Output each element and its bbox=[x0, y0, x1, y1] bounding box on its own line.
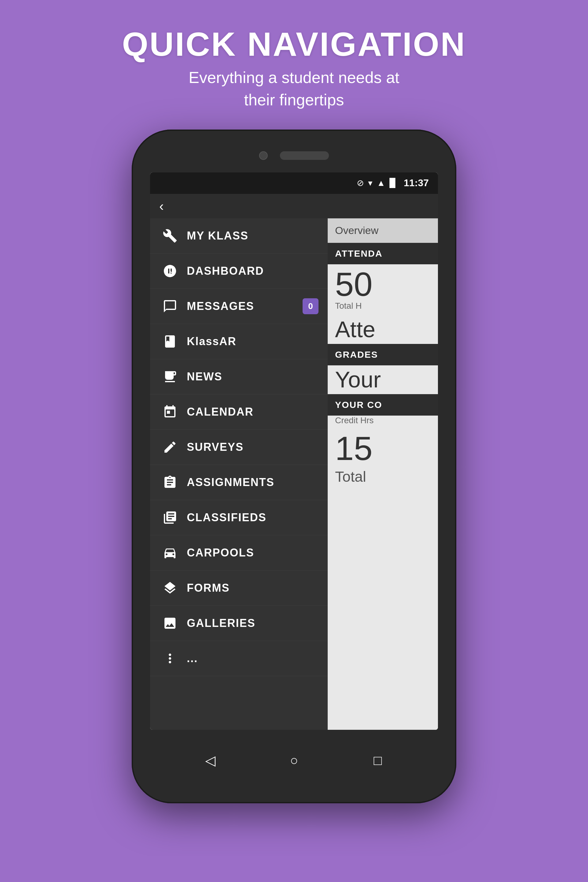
credit-hrs-label: Credit Hrs bbox=[328, 416, 438, 429]
newspaper-icon bbox=[159, 369, 181, 384]
nav-bar: ‹ bbox=[150, 194, 438, 218]
sidebar-label-calendar: CALENDAR bbox=[187, 405, 318, 418]
attendance-header: ATTENDA bbox=[328, 243, 438, 264]
sidebar-label-surveys: SURVEYS bbox=[187, 441, 318, 453]
grades-text: Your bbox=[328, 365, 438, 394]
sidebar-label-classifieds: CLASSIFIEDS bbox=[187, 511, 318, 524]
courses-header: YOUR CO bbox=[328, 394, 438, 416]
sidebar-label-more: ... bbox=[187, 652, 318, 665]
gauge-icon bbox=[159, 264, 181, 278]
more-icon bbox=[159, 651, 181, 666]
pencil-icon bbox=[159, 440, 181, 454]
sidebar-item-klassar[interactable]: KlassAR bbox=[150, 324, 328, 359]
overview-tab[interactable]: Overview bbox=[328, 218, 438, 243]
messages-badge: 0 bbox=[303, 298, 318, 314]
sidebar-item-carpools[interactable]: CARPOOLS bbox=[150, 536, 328, 570]
car-icon bbox=[159, 545, 181, 560]
screen: ⊘ ▾ ▲ ▉ 11:37 ‹ MY KLASS bbox=[150, 172, 438, 730]
page-title: QUICK NAVIGATION bbox=[122, 24, 466, 63]
battery-icon: ▉ bbox=[390, 178, 396, 188]
sidebar-label-my-klass: MY KLASS bbox=[187, 230, 318, 242]
sidebar-label-carpools: CARPOOLS bbox=[187, 546, 318, 559]
page-header: QUICK NAVIGATION Everything a student ne… bbox=[122, 0, 466, 111]
sidebar-item-forms[interactable]: FORMS bbox=[150, 570, 328, 606]
grades-header: GRADES bbox=[328, 344, 438, 365]
phone-top bbox=[132, 129, 456, 172]
chat-icon bbox=[159, 299, 181, 314]
android-recents-button[interactable]: □ bbox=[367, 750, 388, 771]
phone-mockup: ⊘ ▾ ▲ ▉ 11:37 ‹ MY KLASS bbox=[132, 129, 456, 803]
sidebar-label-dashboard: DASHBOARD bbox=[187, 265, 318, 278]
attendance-number: 50 bbox=[328, 264, 438, 301]
camera bbox=[259, 151, 268, 160]
credit-number: 15 bbox=[328, 429, 438, 465]
phone-bottom-nav: ◁ ○ □ bbox=[132, 730, 456, 791]
sidebar-item-calendar[interactable]: CALENDAR bbox=[150, 394, 328, 430]
sidebar-item-classifieds[interactable]: CLASSIFIEDS bbox=[150, 500, 328, 536]
sidebar-label-galleries: GALLERIES bbox=[187, 617, 318, 630]
sidebar-label-assignments: ASSIGNMENTS bbox=[187, 476, 318, 489]
sidebar-item-more[interactable]: ... bbox=[150, 641, 328, 676]
wifi-icon: ▾ bbox=[368, 178, 372, 188]
sidebar-item-my-klass[interactable]: MY KLASS bbox=[150, 218, 328, 254]
sidebar: MY KLASS DASHBOARD MESSAGES 0 bbox=[150, 218, 328, 730]
sidebar-label-messages: MESSAGES bbox=[187, 300, 303, 313]
signal-icon: ▲ bbox=[376, 178, 385, 188]
sidebar-item-surveys[interactable]: SURVEYS bbox=[150, 430, 328, 465]
book-icon bbox=[159, 334, 181, 349]
sidebar-label-news: NEWS bbox=[187, 370, 318, 383]
sidebar-label-klassar: KlassAR bbox=[187, 335, 318, 348]
page-subtitle: Everything a student needs attheir finge… bbox=[122, 66, 466, 111]
photo-icon bbox=[159, 616, 181, 631]
total-text: Total bbox=[328, 465, 438, 488]
right-panel: Overview ATTENDA 50 Total H Atte GRADES … bbox=[328, 218, 438, 730]
sidebar-item-messages[interactable]: MESSAGES 0 bbox=[150, 289, 328, 324]
sidebar-item-assignments[interactable]: ASSIGNMENTS bbox=[150, 465, 328, 500]
calendar-icon bbox=[159, 405, 181, 419]
sidebar-item-galleries[interactable]: GALLERIES bbox=[150, 606, 328, 641]
status-bar: ⊘ ▾ ▲ ▉ 11:37 bbox=[150, 172, 438, 194]
list-icon bbox=[159, 510, 181, 525]
total-hours-label: Total H bbox=[328, 301, 438, 315]
layers-icon bbox=[159, 580, 181, 596]
sidebar-item-news[interactable]: NEWS bbox=[150, 359, 328, 394]
attendance-text: Atte bbox=[328, 315, 438, 344]
wrench-icon bbox=[159, 228, 181, 243]
status-time: 11:37 bbox=[404, 177, 429, 189]
clipboard-icon bbox=[159, 475, 181, 490]
android-back-button[interactable]: ◁ bbox=[200, 750, 221, 771]
sidebar-label-forms: FORMS bbox=[187, 582, 318, 594]
no-sim-icon: ⊘ bbox=[357, 178, 364, 188]
android-home-button[interactable]: ○ bbox=[283, 750, 305, 771]
back-button[interactable]: ‹ bbox=[159, 198, 164, 214]
speaker bbox=[280, 151, 329, 160]
status-icons: ⊘ ▾ ▲ ▉ 11:37 bbox=[357, 177, 429, 189]
content-area: MY KLASS DASHBOARD MESSAGES 0 bbox=[150, 218, 438, 730]
sidebar-item-dashboard[interactable]: DASHBOARD bbox=[150, 254, 328, 289]
